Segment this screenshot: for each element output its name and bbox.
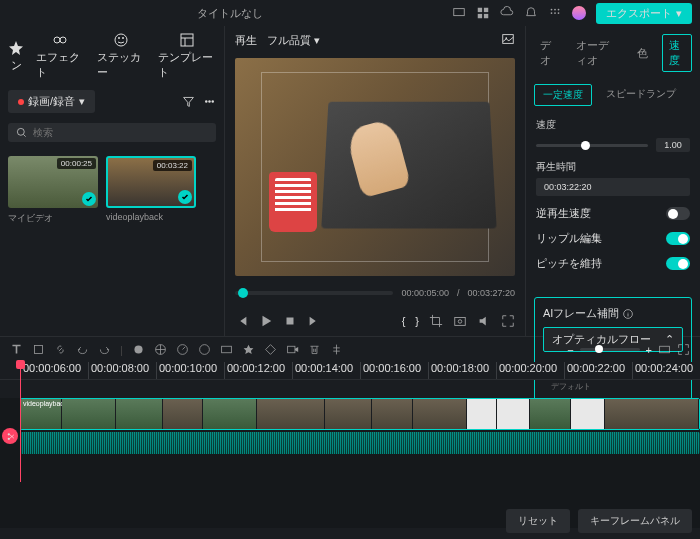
avatar[interactable] [572,6,586,20]
svg-point-25 [458,320,462,324]
ai-icon[interactable] [242,343,255,356]
search-box[interactable] [8,123,216,142]
svg-point-17 [205,100,207,102]
marker-icon[interactable] [132,343,145,356]
pitch-label: ピッチを維持 [536,256,602,271]
reset-button[interactable]: リセット [506,509,570,533]
svg-rect-33 [287,346,294,353]
apps-icon[interactable] [548,6,562,20]
svg-rect-34 [660,346,670,353]
ripple-toggle[interactable] [666,232,690,245]
record-button[interactable]: 録画/録音▾ [8,90,95,113]
subtab-uniform[interactable]: 一定速度 [534,84,592,106]
speed-icon[interactable] [176,343,189,356]
preview-content [321,102,496,229]
media-tabs: ン エフェクト ステッカー テンプレート [0,26,224,86]
monitor-icon[interactable] [452,6,466,20]
image-icon[interactable] [501,32,515,46]
stop-icon[interactable] [283,314,297,328]
bracket-out-icon[interactable]: } [415,315,419,327]
duration-value[interactable]: 00:03:22:20 [536,178,690,196]
preview-canvas[interactable] [235,58,515,276]
bell-icon[interactable] [524,6,538,20]
svg-point-31 [199,345,209,355]
tab-transition[interactable]: ン [8,40,24,73]
record-icon[interactable] [286,343,299,356]
tab-template[interactable]: テンプレート [158,32,217,80]
tab-speed[interactable]: 速度 [662,34,692,72]
svg-point-12 [60,37,66,43]
delete-icon[interactable] [308,343,321,356]
link-icon[interactable] [54,343,67,356]
media-thumb[interactable]: 00:00:25 マイビデオ [8,156,98,225]
bracket-in-icon[interactable]: { [402,315,406,327]
filter-icon[interactable] [182,95,195,108]
zoom-in-icon[interactable]: + [646,344,652,356]
tab-effect[interactable]: エフェクト [36,32,85,80]
quality-select[interactable]: フル品質 ▾ [267,33,320,48]
fullscreen-icon[interactable] [501,314,515,328]
search-input[interactable] [33,127,208,138]
text-tool-icon[interactable] [10,343,23,356]
keyframe-panel-button[interactable]: キーフレームパネル [578,509,692,533]
tab-sticker[interactable]: ステッカー [97,32,146,80]
time-current: 00:00:05:00 [401,288,449,298]
svg-point-18 [208,100,210,102]
prev-frame-icon[interactable] [235,314,249,328]
more-icon[interactable] [203,95,216,108]
snapshot-icon[interactable] [453,314,467,328]
fit-icon[interactable] [658,343,671,356]
undo-icon[interactable] [76,343,89,356]
reverse-label: 逆再生速度 [536,206,591,221]
svg-rect-1 [478,8,482,12]
clip[interactable]: videoplayback [21,399,62,429]
tab-video[interactable]: デオ [534,35,562,71]
svg-point-6 [554,9,556,11]
expand-icon[interactable] [677,343,690,356]
svg-rect-0 [454,9,465,16]
scrub-bar[interactable] [235,291,393,295]
svg-point-8 [551,12,553,14]
svg-point-15 [122,37,124,39]
crop-tool-icon[interactable] [32,343,45,356]
tab-color[interactable]: 色 [631,43,654,64]
tab-audio[interactable]: オーディオ [570,35,623,71]
speed-value[interactable]: 1.00 [656,138,690,152]
reverse-toggle[interactable] [666,207,690,220]
svg-point-35 [7,433,9,435]
svg-point-36 [7,437,9,439]
time-total: 00:03:27:20 [467,288,515,298]
adjust-icon[interactable] [154,343,167,356]
mask-icon[interactable] [220,343,233,356]
playhead[interactable] [20,362,21,482]
grid-icon[interactable] [476,6,490,20]
keyframe-icon[interactable] [264,343,277,356]
duration-label: 再生時間 [536,160,690,174]
next-frame-icon[interactable] [307,314,321,328]
crop-icon[interactable] [429,314,443,328]
pitch-toggle[interactable] [666,257,690,270]
color-icon[interactable] [198,343,211,356]
svg-point-10 [558,12,560,14]
svg-point-11 [54,37,60,43]
split-icon[interactable] [330,343,343,356]
preview-panel: 再生 フル品質 ▾ 00:00:05:00 / 00:03:27:20 { } [225,26,525,336]
video-track[interactable]: videoplayback [20,398,700,430]
volume-icon[interactable] [477,314,491,328]
subtab-ramp[interactable]: スピードランプ [598,84,684,106]
zoom-slider[interactable] [580,348,640,351]
cloud-icon[interactable] [500,6,514,20]
audio-track[interactable] [20,432,700,454]
top-actions: エクスポート▾ [452,3,692,24]
media-thumb[interactable]: 00:03:22 videoplayback [106,156,196,225]
zoom-out-icon[interactable]: − [567,344,573,356]
svg-rect-3 [478,14,482,18]
export-button[interactable]: エクスポート▾ [596,3,692,24]
scissors-icon[interactable] [2,428,18,444]
play-icon[interactable] [259,314,273,328]
playback-label: 再生 [235,33,257,48]
info-icon[interactable] [623,309,633,319]
timeline-ruler[interactable]: 00:00:06:0000:00:08:0000:00:10:0000:00:1… [0,362,700,380]
redo-icon[interactable] [98,343,111,356]
speed-slider[interactable] [536,144,648,147]
